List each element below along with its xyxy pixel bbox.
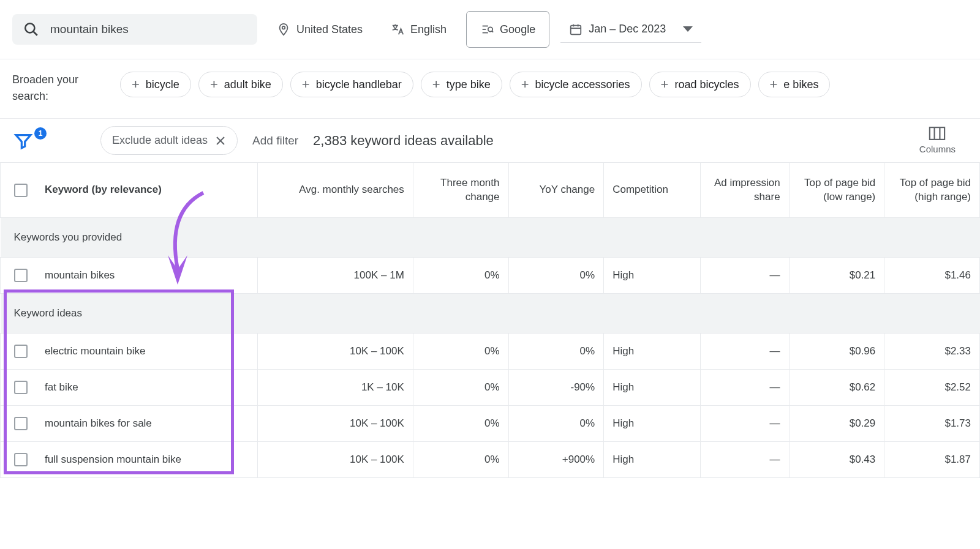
table-row: electric mountain bike 10K – 100K 0% 0% … [1, 334, 980, 370]
cell-impression: — [701, 370, 790, 406]
cell-three-month: 0% [413, 406, 508, 442]
table-row: mountain bikes 100K – 1M 0% 0% High — $0… [1, 258, 980, 294]
ideas-count-label: 2,383 keyword ideas available [313, 133, 494, 149]
search-box[interactable] [12, 14, 257, 45]
close-icon[interactable] [215, 135, 226, 146]
keyword-text[interactable]: mountain bikes [45, 269, 115, 282]
cell-impression: — [701, 334, 790, 370]
col-header-bid-high[interactable]: Top of page bid (high range) [884, 163, 980, 218]
cell-avg: 1K – 10K [258, 370, 413, 406]
cell-avg: 10K – 100K [258, 406, 413, 442]
location-selector[interactable]: United States [268, 17, 371, 42]
columns-icon [929, 127, 946, 140]
top-bar: United States English Google Jan – Dec 2… [0, 0, 980, 59]
filter-button[interactable]: 1 [13, 131, 43, 151]
table-row: fat bike 1K – 10K 0% -90% High — $0.62 $… [1, 370, 980, 406]
table-wrapper: Keyword (by relevance) Avg. monthly sear… [0, 162, 980, 478]
cell-three-month: 0% [413, 370, 508, 406]
cell-competition: High [604, 258, 701, 294]
columns-label: Columns [919, 144, 956, 154]
cell-impression: — [701, 406, 790, 442]
cell-three-month: 0% [413, 442, 508, 478]
translate-icon [391, 23, 404, 36]
section-provided: Keywords you provided [1, 218, 980, 258]
cell-avg: 10K – 100K [258, 334, 413, 370]
search-input[interactable] [50, 23, 246, 36]
keyword-text[interactable]: full suspension mountain bike [45, 454, 181, 466]
row-checkbox[interactable] [14, 269, 28, 282]
cell-bid-low: $0.29 [789, 406, 884, 442]
cell-yoy: 0% [508, 334, 604, 370]
cell-avg: 10K – 100K [258, 442, 413, 478]
row-checkbox[interactable] [14, 345, 28, 358]
columns-button[interactable]: Columns [919, 127, 967, 154]
cell-bid-high: $1.87 [884, 442, 980, 478]
broaden-chip[interactable]: +bicycle [120, 72, 191, 97]
keyword-text[interactable]: mountain bikes for sale [45, 417, 152, 430]
select-all-checkbox[interactable] [14, 184, 28, 197]
keyword-text[interactable]: fat bike [45, 381, 78, 394]
row-checkbox[interactable] [14, 417, 28, 430]
applied-filter-chip[interactable]: Exclude adult ideas [100, 126, 238, 155]
location-icon [277, 23, 290, 36]
col-header-impression[interactable]: Ad impression share [701, 163, 790, 218]
svg-line-1 [33, 31, 37, 35]
plus-icon: + [521, 78, 529, 91]
col-header-yoy[interactable]: YoY change [508, 163, 604, 218]
col-header-avg[interactable]: Avg. monthly searches [258, 163, 413, 218]
plus-icon: + [210, 78, 218, 91]
filter-chip-label: Exclude adult ideas [112, 134, 208, 147]
chevron-down-icon [683, 26, 693, 32]
network-selector[interactable]: Google [466, 11, 549, 48]
plus-icon: + [770, 78, 778, 91]
svg-point-2 [282, 26, 285, 29]
cell-yoy: +900% [508, 442, 604, 478]
col-header-keyword[interactable]: Keyword (by relevance) [1, 163, 258, 218]
date-range-label: Jan – Dec 2023 [589, 23, 666, 35]
cell-three-month: 0% [413, 258, 508, 294]
keyword-text[interactable]: electric mountain bike [45, 345, 145, 357]
cell-bid-low: $0.43 [789, 442, 884, 478]
col-header-competition[interactable]: Competition [604, 163, 701, 218]
broaden-chip[interactable]: +adult bike [198, 72, 283, 97]
cell-bid-low: $0.96 [789, 334, 884, 370]
row-checkbox[interactable] [14, 381, 28, 394]
broaden-chip-container: +bicycle +adult bike +bicycle handlebar … [120, 72, 830, 97]
filter-bar: 1 Exclude adult ideas Add filter 2,383 k… [0, 119, 980, 162]
add-filter-button[interactable]: Add filter [252, 134, 298, 148]
location-label: United States [296, 23, 363, 36]
cell-three-month: 0% [413, 334, 508, 370]
language-selector[interactable]: English [382, 17, 455, 42]
cell-bid-low: $0.62 [789, 370, 884, 406]
cell-competition: High [604, 370, 701, 406]
col-header-three-month[interactable]: Three month change [413, 163, 508, 218]
cell-bid-high: $1.46 [884, 258, 980, 294]
table-row: mountain bikes for sale 10K – 100K 0% 0%… [1, 406, 980, 442]
broaden-chip[interactable]: +e bikes [758, 72, 831, 97]
cell-yoy: 0% [508, 406, 604, 442]
cell-bid-high: $1.73 [884, 406, 980, 442]
network-label: Google [500, 23, 535, 36]
filter-badge: 1 [34, 127, 47, 140]
cell-bid-high: $2.52 [884, 370, 980, 406]
date-range-selector[interactable]: Jan – Dec 2023 [560, 17, 701, 43]
cell-competition: High [604, 406, 701, 442]
broaden-chip[interactable]: +type bike [421, 72, 502, 97]
cell-bid-low: $0.21 [789, 258, 884, 294]
plus-icon: + [302, 78, 310, 91]
plus-icon: + [661, 78, 669, 91]
broaden-chip[interactable]: +road bicycles [649, 72, 751, 97]
table-header-row: Keyword (by relevance) Avg. monthly sear… [1, 163, 980, 218]
cell-avg: 100K – 1M [258, 258, 413, 294]
table-row: full suspension mountain bike 10K – 100K… [1, 442, 980, 478]
svg-rect-14 [930, 127, 944, 140]
broaden-chip[interactable]: +bicycle accessories [510, 72, 642, 97]
row-checkbox[interactable] [14, 453, 28, 466]
col-header-bid-low[interactable]: Top of page bid (low range) [789, 163, 884, 218]
cell-bid-high: $2.33 [884, 334, 980, 370]
svg-line-7 [492, 31, 493, 32]
broaden-label: Broaden your search: [12, 72, 104, 105]
search-icon [23, 21, 39, 37]
cell-yoy: 0% [508, 258, 604, 294]
broaden-chip[interactable]: +bicycle handlebar [290, 72, 413, 97]
